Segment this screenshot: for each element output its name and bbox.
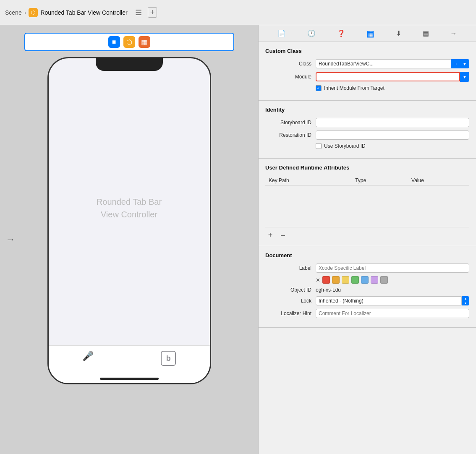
lock-row: Lock Inherited - (Nothing) ▲ ▼ [265, 296, 469, 305]
sel-icon-orange: ⬡ [123, 36, 135, 48]
lock-select[interactable]: Inherited - (Nothing) [316, 296, 462, 305]
breadcrumb: Scene › ⬡ Rounded Tab Bar View Controlle… [5, 7, 157, 18]
swatch-red[interactable] [322, 276, 330, 284]
help-icon[interactable]: ❓ [337, 29, 345, 37]
label-field-label: Label [265, 265, 311, 271]
class-row: Class → ▼ [265, 59, 469, 68]
label-input[interactable] [316, 264, 469, 273]
inspector-panel: 📄 🕐 ❓ ▦ ⬇ ▤ → Custom Class Class → ▼ M [258, 25, 476, 454]
file-icon[interactable]: 📄 [277, 29, 286, 37]
breadcrumb-scene: Scene [5, 9, 22, 16]
object-id-label: Object ID [265, 287, 311, 293]
custom-class-title: Custom Class [265, 48, 469, 54]
class-dropdown-btn[interactable]: ▼ [460, 59, 469, 68]
document-title: Document [265, 252, 469, 258]
phone-screen: Rounded Tab BarView Controller [49, 71, 210, 345]
color-swatches-row: ✕ [316, 276, 469, 284]
phone-tab-bar: 🎤 b [49, 345, 210, 383]
inherit-checkbox[interactable]: ✓ [316, 85, 322, 91]
restoration-id-row: Restoration ID [265, 130, 469, 140]
controller-icon: ⬡ [29, 8, 38, 17]
selection-bar[interactable]: ■ ⬡ ▦ [24, 33, 234, 51]
localizer-input[interactable] [316, 309, 469, 318]
class-label: Class [265, 61, 311, 67]
remove-attribute-btn[interactable]: – [278, 230, 288, 240]
microphone-icon: 🎤 [82, 351, 94, 362]
module-input-group: ▼ [316, 72, 469, 82]
document-section: Document Label ✕ Object ID ogh-xs-Ldu [259, 246, 476, 328]
module-label: Module [265, 74, 311, 80]
attribute-icon[interactable]: ⬇ [396, 29, 401, 37]
swatch-green[interactable] [351, 276, 359, 284]
class-input-group: → ▼ [316, 59, 469, 68]
type-header: Type [352, 176, 408, 185]
table-actions: + – [265, 227, 469, 240]
module-row: Module ▼ [265, 72, 469, 82]
identity-icon[interactable]: ▦ [366, 29, 374, 39]
module-dropdown-btn[interactable]: ▼ [460, 72, 469, 82]
sel-icon-blue: ■ [108, 36, 120, 48]
custom-class-section: Custom Class Class → ▼ Module ▼ [259, 42, 476, 101]
arrow-indicator: → [6, 234, 15, 245]
swatch-yellow[interactable] [342, 276, 349, 284]
inspector-toolbar: 📄 🕐 ❓ ▦ ⬇ ▤ → [259, 25, 476, 42]
key-path-header: Key Path [265, 176, 352, 185]
sel-icon-red: ▦ [139, 36, 150, 48]
use-storyboard-checkbox[interactable] [316, 143, 322, 149]
phone-label: Rounded Tab BarView Controller [97, 196, 162, 221]
swatch-gray[interactable] [380, 276, 388, 284]
restoration-id-label: Restoration ID [265, 132, 311, 138]
object-id-row: Object ID ogh-xs-Ldu [265, 287, 469, 293]
attributes-table-body [265, 185, 469, 227]
storyboard-id-label: Storyboard ID [265, 120, 311, 125]
clock-icon[interactable]: 🕐 [307, 29, 316, 37]
lock-label: Lock [265, 298, 311, 304]
storyboard-id-input[interactable] [316, 118, 469, 127]
localizer-row: Localizer Hint [265, 309, 469, 318]
runtime-attributes-title: User Defined Runtime Attributes [265, 164, 469, 171]
page-title: Rounded Tab Bar View Controller [40, 9, 127, 16]
add-attribute-btn[interactable]: + [265, 230, 275, 240]
swatch-purple[interactable] [371, 276, 378, 284]
value-header: Value [408, 176, 469, 185]
identity-title: Identity [265, 107, 469, 113]
swatch-blue[interactable] [361, 276, 369, 284]
runtime-attributes-section: User Defined Runtime Attributes Key Path… [259, 159, 476, 246]
class-navigate-btn[interactable]: → [451, 59, 460, 68]
phone-notch [96, 58, 163, 71]
size-icon[interactable]: ▤ [423, 29, 429, 37]
home-indicator [100, 378, 159, 380]
add-icon[interactable]: + [148, 7, 157, 18]
object-id-value: ogh-xs-Ldu [316, 287, 341, 293]
localizer-label: Localizer Hint [265, 310, 311, 316]
restoration-id-input[interactable] [316, 130, 469, 140]
swatch-clear[interactable]: ✕ [316, 277, 320, 283]
lock-stepper[interactable]: ▲ ▼ [462, 296, 469, 305]
main-content: → ■ ⬡ ▦ Rounded Tab BarView Controller [0, 25, 476, 454]
identity-section: Identity Storyboard ID Restoration ID Us… [259, 101, 476, 159]
label-row: Label [265, 264, 469, 273]
swatch-orange[interactable] [332, 276, 340, 284]
canvas-panel: → ■ ⬡ ▦ Rounded Tab BarView Controller [0, 25, 258, 454]
menu-icon[interactable]: ☰ [135, 8, 142, 17]
breadcrumb-chevron: › [24, 9, 26, 16]
connection-icon[interactable]: → [450, 30, 457, 37]
phone-mockup: Rounded Tab BarView Controller 🎤 b [47, 57, 211, 384]
use-storyboard-checkbox-row: Use Storyboard ID [316, 143, 469, 149]
phone-frame: Rounded Tab BarView Controller 🎤 b [47, 57, 211, 384]
top-bar: Scene › ⬡ Rounded Tab Bar View Controlle… [0, 0, 476, 25]
inherit-label: Inherit Module From Target [324, 85, 384, 91]
inherit-checkbox-row: ✓ Inherit Module From Target [316, 85, 469, 91]
storyboard-id-row: Storyboard ID [265, 118, 469, 127]
class-input[interactable] [316, 59, 451, 68]
attributes-table: Key Path Type Value [265, 176, 469, 227]
use-storyboard-label: Use Storyboard ID [324, 143, 366, 149]
b-icon: b [161, 351, 176, 366]
module-input[interactable] [316, 72, 460, 81]
